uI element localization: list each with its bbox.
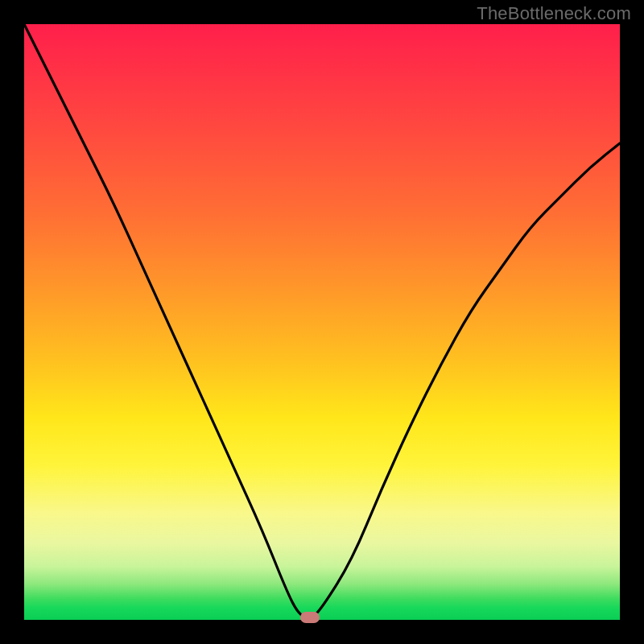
- optimum-marker: [300, 612, 320, 623]
- watermark-text: TheBottleneck.com: [477, 3, 631, 24]
- bottleneck-curve: [24, 24, 620, 620]
- curve-path: [24, 24, 620, 618]
- plot-area: [24, 24, 620, 620]
- chart-frame: TheBottleneck.com: [0, 0, 644, 644]
